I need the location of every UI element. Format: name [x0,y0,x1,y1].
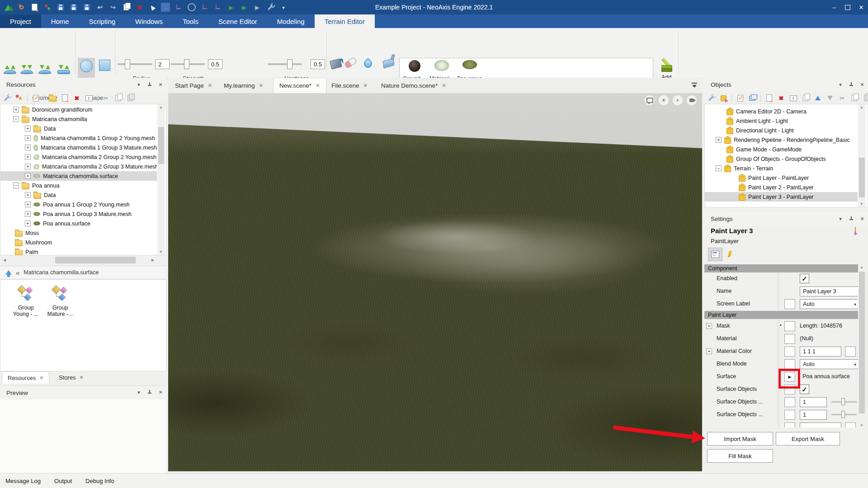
refresh-icon[interactable]: ↻ [17,3,26,12]
resources-tree-item[interactable]: +Matricaria chamomilla 2 Group 3 Mature.… [0,162,157,171]
scene-viewport[interactable]: ☀ ☀ [168,93,702,471]
material-color-input[interactable]: 1 1 1 [800,347,841,357]
back-icon[interactable]: « [16,269,19,277]
close-icon[interactable]: ✕ [39,375,43,381]
pin-icon[interactable] [848,216,854,222]
resources-tree-item[interactable]: Mushroom [0,238,157,247]
tab-my-learning[interactable]: My.learning✕ [218,78,269,93]
chevron-down-icon[interactable]: ▾ [837,216,844,222]
tab-home[interactable]: Home [41,14,79,28]
resources-horizontal-scrollbar[interactable]: ◀ ▶ [0,255,166,265]
objects-vertical-scrollbar[interactable]: ▲ ▼ [858,104,866,207]
objects-tree-item[interactable]: Paint Layer - PaintLayer [705,173,858,183]
minimize-button[interactable]: – [827,0,841,14]
enabled-checkbox[interactable]: ✓ [800,274,809,283]
save-as-icon[interactable] [82,3,91,12]
events-view-button[interactable] [723,248,737,260]
settings-vertical-scrollbar[interactable]: ▲ ▼ [858,264,866,428]
pin-icon[interactable] [146,389,153,395]
open-in-window-icon[interactable] [748,94,756,102]
surface-objects-slider[interactable] [831,401,857,403]
tab-start-page[interactable]: Start Page✕ [169,78,218,93]
scroll-down-icon[interactable]: ▼ [858,202,865,206]
hardness-slider-thumb[interactable] [287,59,292,69]
options-wrench-icon[interactable] [3,94,11,102]
tab-message-log[interactable]: Message Log [5,478,41,484]
chevron-down-icon[interactable]: ▾ [136,81,142,88]
select-tool-icon[interactable] [148,3,157,12]
fill-mask-button[interactable]: Fill Mask [707,449,773,463]
scroll-left-icon[interactable]: ◀ [1,258,8,262]
tab-windows[interactable]: Windows [125,14,173,28]
ambient-lighting-button[interactable]: ☀ [673,95,683,105]
close-icon[interactable]: ✕ [208,83,212,89]
slider-thumb[interactable] [841,411,845,418]
new-resource-icon[interactable] [61,94,69,102]
tab-stores[interactable]: Stores✕ [53,371,89,383]
close-icon[interactable]: ✕ [859,81,865,88]
rename-icon[interactable] [85,94,93,102]
resources-tree-item[interactable]: +Matricaria chamomilla 1 Group 2 Young.m… [0,133,157,143]
tab-project[interactable]: Project [0,14,41,28]
surface-objects-checkbox[interactable]: ✓ [800,385,809,394]
close-icon[interactable]: ✕ [363,83,368,89]
objects-tree-item[interactable]: −Terrain - Terrain [705,164,858,173]
expander-icon[interactable]: + [25,126,31,131]
expander-icon[interactable]: + [25,221,31,226]
value-box[interactable] [784,359,795,369]
objects-tree-item-selected[interactable]: Paint Layer 3 - PaintLayer [705,192,858,202]
delete-icon[interactable]: ✖ [73,94,81,102]
value-box[interactable] [784,299,795,309]
cut-icon[interactable]: ✂ [102,94,110,102]
objects-tree-item[interactable]: Paint Layer 2 - PaintLayer [705,183,858,192]
maximize-button[interactable] [841,0,854,14]
expander-icon[interactable]: − [13,116,19,122]
scroll-up-icon[interactable]: ▲ [157,105,165,109]
radius-slider[interactable] [118,63,152,65]
tab-new-scene[interactable]: New.scene*✕ [273,78,326,93]
scroll-down-icon[interactable]: ▼ [157,250,165,254]
rotate-tool-icon[interactable] [174,3,183,12]
move-up-icon[interactable] [814,94,822,102]
value-box[interactable] [784,334,795,344]
undo-icon[interactable]: ↩ [95,3,104,12]
resources-tree-item[interactable]: +Data [0,190,157,200]
new-file-icon[interactable] [30,3,39,12]
resource-group-item[interactable]: GroupMature -... [43,286,77,317]
options-wrench-icon[interactable] [707,94,715,102]
expander-icon[interactable]: + [716,137,722,143]
tab-terrain-editor[interactable]: Terrain Editor [315,14,375,28]
scroll-up-icon[interactable]: ▲ [858,105,865,109]
close-icon[interactable]: ✕ [157,81,164,88]
play-icon[interactable]: ▶ [226,3,236,12]
expander-icon[interactable]: + [13,107,19,113]
delete-icon[interactable]: ✖ [135,3,144,12]
pin-icon[interactable] [146,81,153,88]
scroll-right-icon[interactable]: ▶ [149,258,156,262]
color-swatch[interactable] [845,347,856,357]
edit-icon[interactable] [32,94,40,102]
save-all-icon[interactable] [69,3,78,12]
surface-objects-slider[interactable] [831,414,857,415]
save-icon[interactable] [56,3,65,12]
duplicate-icon[interactable] [802,94,810,102]
tab-file-scene[interactable]: File.scene✕ [326,78,373,93]
tab-debug-info[interactable]: Debug Info [85,478,114,484]
expander-icon[interactable]: + [25,202,31,207]
resources-tree-item[interactable]: +Poa annua 1 Group 2 Young.mesh [0,200,157,209]
resources-vertical-scrollbar[interactable]: ▲ ▼ [157,104,165,255]
edit-icon[interactable] [736,94,744,102]
copy-icon[interactable] [850,94,859,102]
resources-tree-item-selected[interactable]: +Matricaria chamomilla.surface [0,171,157,181]
duplicate-icon[interactable] [122,3,131,12]
chevron-down-icon[interactable]: ▾ [837,81,844,88]
run-state-icon[interactable] [43,3,52,12]
import-mask-button[interactable]: Import Mask [707,432,773,446]
tab-output[interactable]: Output [54,478,72,484]
tab-list-icon[interactable] [691,83,698,88]
close-icon[interactable]: ✕ [316,83,320,89]
camera-button[interactable] [687,95,697,105]
expander-icon[interactable]: − [716,165,722,171]
tab-modeling[interactable]: Modeling [267,14,315,28]
export-mask-button[interactable]: Export Mask [776,432,840,446]
